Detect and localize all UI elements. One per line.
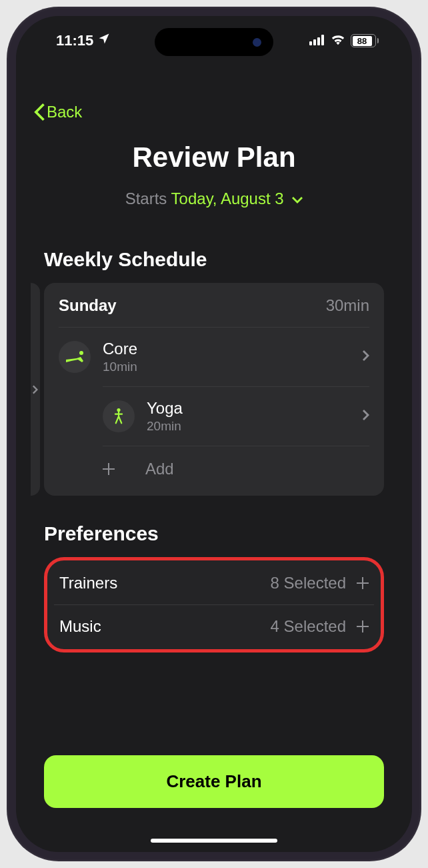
location-icon xyxy=(97,32,111,49)
chevron-right-icon xyxy=(363,410,369,423)
day-card: Sunday 30min Core 10min xyxy=(44,283,384,496)
yoga-icon xyxy=(103,400,135,432)
camera-dot xyxy=(253,38,261,47)
pref-label: Music xyxy=(59,617,101,636)
phone-frame: 11:15 88 xyxy=(7,7,421,861)
status-time: 11:15 xyxy=(56,32,93,49)
chevron-left-icon xyxy=(33,103,45,121)
pref-row-music[interactable]: Music 4 Selected xyxy=(54,604,374,648)
chevron-down-icon xyxy=(292,197,303,203)
svg-rect-2 xyxy=(317,37,320,45)
pref-label: Trainers xyxy=(59,574,117,592)
svg-rect-0 xyxy=(309,41,312,45)
workout-name: Core xyxy=(103,340,351,358)
add-label: Add xyxy=(135,460,174,478)
svg-point-4 xyxy=(79,351,83,355)
start-date-selector[interactable]: Starts Today, August 3 xyxy=(16,189,412,208)
page-title: Review Plan xyxy=(16,141,412,173)
content-area: Back Review Plan Starts Today, August 3 … xyxy=(16,16,412,852)
workout-duration: 10min xyxy=(103,360,351,374)
starts-prefix: Starts xyxy=(125,189,171,207)
preferences-heading: Preferences xyxy=(44,522,384,557)
status-left: 11:15 xyxy=(56,32,111,49)
pref-row-trainers[interactable]: Trainers 8 Selected xyxy=(54,562,374,604)
day-header: Sunday 30min xyxy=(59,296,369,328)
pref-value: 8 Selected xyxy=(271,574,346,592)
svg-rect-3 xyxy=(321,35,324,45)
chevron-right-icon xyxy=(363,350,369,364)
day-name: Sunday xyxy=(59,296,117,315)
previous-day-card-edge[interactable] xyxy=(31,283,40,496)
schedule-heading: Weekly Schedule xyxy=(16,248,412,283)
status-right: 88 xyxy=(309,32,379,49)
phone-screen: 11:15 88 xyxy=(16,16,412,852)
workout-row-yoga[interactable]: Yoga 20min xyxy=(103,386,369,446)
dynamic-island xyxy=(155,28,273,56)
wifi-icon xyxy=(331,32,345,49)
preferences-section: Preferences Trainers 8 Selected Music 4 … xyxy=(16,522,412,653)
cellular-icon xyxy=(309,32,325,49)
battery-level: 88 xyxy=(353,36,372,46)
plus-icon xyxy=(103,463,115,475)
chevron-right-icon xyxy=(33,385,38,394)
svg-rect-1 xyxy=(313,39,316,45)
workout-duration: 20min xyxy=(147,419,351,434)
workout-list: Core 10min xyxy=(59,328,369,446)
home-indicator[interactable] xyxy=(151,839,277,843)
day-total-duration: 30min xyxy=(326,296,369,315)
schedule-carousel[interactable]: Sunday 30min Core 10min xyxy=(16,283,412,522)
plus-icon xyxy=(357,620,369,632)
preferences-highlight: Trainers 8 Selected Music 4 Selected xyxy=(44,557,384,653)
back-label: Back xyxy=(47,103,82,121)
workout-name: Yoga xyxy=(147,399,351,418)
add-workout-button[interactable]: Add xyxy=(103,446,369,489)
plus-icon xyxy=(357,577,369,589)
battery-icon: 88 xyxy=(351,34,379,47)
create-plan-button[interactable]: Create Plan xyxy=(44,755,384,808)
starts-date: Today, August 3 xyxy=(171,189,284,207)
core-icon xyxy=(59,341,91,373)
back-button[interactable]: Back xyxy=(16,96,412,141)
workout-row-core[interactable]: Core 10min xyxy=(59,328,369,386)
pref-value: 4 Selected xyxy=(271,617,346,636)
